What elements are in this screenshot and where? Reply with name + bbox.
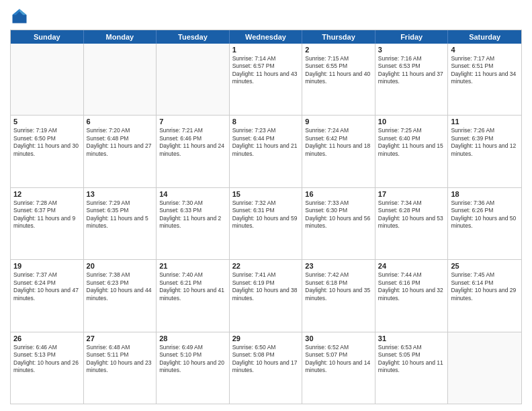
day-number: 9 xyxy=(305,118,372,126)
calendar-cell xyxy=(448,332,521,404)
day-number: 23 xyxy=(305,262,372,270)
calendar-cell: 27Sunrise: 6:48 AM Sunset: 5:11 PM Dayli… xyxy=(84,332,157,404)
day-number: 7 xyxy=(159,118,226,126)
cell-text: Sunrise: 7:21 AM Sunset: 6:46 PM Dayligh… xyxy=(159,127,226,158)
calendar-cell: 18Sunrise: 7:36 AM Sunset: 6:26 PM Dayli… xyxy=(448,188,521,259)
cal-header-cell: Monday xyxy=(84,30,157,44)
day-number: 31 xyxy=(378,334,445,342)
calendar-cell: 16Sunrise: 7:33 AM Sunset: 6:30 PM Dayli… xyxy=(302,188,375,259)
day-number: 26 xyxy=(13,334,81,342)
cell-text: Sunrise: 7:34 AM Sunset: 6:28 PM Dayligh… xyxy=(378,199,445,230)
cell-text: Sunrise: 7:36 AM Sunset: 6:26 PM Dayligh… xyxy=(451,199,519,230)
calendar-cell: 23Sunrise: 7:42 AM Sunset: 6:18 PM Dayli… xyxy=(302,260,375,331)
calendar: SundayMondayTuesdayWednesdayThursdayFrid… xyxy=(10,30,522,404)
cell-text: Sunrise: 7:41 AM Sunset: 6:19 PM Dayligh… xyxy=(232,271,300,302)
calendar-cell: 20Sunrise: 7:38 AM Sunset: 6:23 PM Dayli… xyxy=(84,260,157,331)
calendar-cell: 11Sunrise: 7:26 AM Sunset: 6:39 PM Dayli… xyxy=(448,116,521,187)
day-number: 22 xyxy=(232,262,300,270)
day-number: 10 xyxy=(378,118,445,126)
cell-text: Sunrise: 7:28 AM Sunset: 6:37 PM Dayligh… xyxy=(13,199,81,230)
cell-text: Sunrise: 7:16 AM Sunset: 6:53 PM Dayligh… xyxy=(378,55,445,86)
cell-text: Sunrise: 6:52 AM Sunset: 5:07 PM Dayligh… xyxy=(305,344,372,375)
calendar-cell: 15Sunrise: 7:32 AM Sunset: 6:31 PM Dayli… xyxy=(230,188,303,259)
calendar-cell xyxy=(84,44,157,115)
cell-text: Sunrise: 7:42 AM Sunset: 6:18 PM Dayligh… xyxy=(305,271,372,302)
calendar-row: 26Sunrise: 6:46 AM Sunset: 5:13 PM Dayli… xyxy=(11,332,521,404)
day-number: 24 xyxy=(378,262,445,270)
day-number: 14 xyxy=(159,190,226,198)
calendar-cell: 6Sunrise: 7:20 AM Sunset: 6:48 PM Daylig… xyxy=(84,116,157,187)
cal-header-cell: Tuesday xyxy=(157,30,230,44)
cell-text: Sunrise: 6:50 AM Sunset: 5:08 PM Dayligh… xyxy=(232,344,300,375)
logo xyxy=(10,7,32,26)
day-number: 30 xyxy=(305,334,372,342)
cal-header-cell: Friday xyxy=(375,30,449,44)
cal-header-cell: Saturday xyxy=(448,30,521,44)
calendar-row: 1Sunrise: 7:14 AM Sunset: 6:57 PM Daylig… xyxy=(11,44,521,115)
cell-text: Sunrise: 7:30 AM Sunset: 6:33 PM Dayligh… xyxy=(159,199,226,230)
cal-header-cell: Thursday xyxy=(302,30,375,44)
calendar-cell: 5Sunrise: 7:19 AM Sunset: 6:50 PM Daylig… xyxy=(11,116,84,187)
calendar-row: 12Sunrise: 7:28 AM Sunset: 6:37 PM Dayli… xyxy=(11,187,521,259)
cell-text: Sunrise: 7:38 AM Sunset: 6:23 PM Dayligh… xyxy=(87,271,154,302)
cell-text: Sunrise: 7:20 AM Sunset: 6:48 PM Dayligh… xyxy=(87,127,154,158)
day-number: 11 xyxy=(451,118,519,126)
calendar-cell: 22Sunrise: 7:41 AM Sunset: 6:19 PM Dayli… xyxy=(230,260,303,331)
cell-text: Sunrise: 7:23 AM Sunset: 6:44 PM Dayligh… xyxy=(232,127,300,158)
day-number: 28 xyxy=(159,334,226,342)
calendar-cell: 25Sunrise: 7:45 AM Sunset: 6:14 PM Dayli… xyxy=(448,260,521,331)
cell-text: Sunrise: 7:15 AM Sunset: 6:55 PM Dayligh… xyxy=(305,55,372,86)
calendar-cell xyxy=(157,44,230,115)
calendar-cell: 29Sunrise: 6:50 AM Sunset: 5:08 PM Dayli… xyxy=(230,332,303,404)
calendar-cell: 4Sunrise: 7:17 AM Sunset: 6:51 PM Daylig… xyxy=(448,44,521,115)
calendar-cell: 28Sunrise: 6:49 AM Sunset: 5:10 PM Dayli… xyxy=(157,332,230,404)
day-number: 4 xyxy=(451,46,519,54)
cell-text: Sunrise: 7:26 AM Sunset: 6:39 PM Dayligh… xyxy=(451,127,519,158)
calendar-row: 5Sunrise: 7:19 AM Sunset: 6:50 PM Daylig… xyxy=(11,115,521,187)
logo-icon xyxy=(10,7,29,26)
page: SundayMondayTuesdayWednesdayThursdayFrid… xyxy=(0,0,532,411)
calendar-cell: 8Sunrise: 7:23 AM Sunset: 6:44 PM Daylig… xyxy=(230,116,303,187)
day-number: 21 xyxy=(159,262,226,270)
day-number: 15 xyxy=(232,190,300,198)
day-number: 17 xyxy=(378,190,445,198)
day-number: 6 xyxy=(87,118,154,126)
day-number: 3 xyxy=(378,46,445,54)
cell-text: Sunrise: 6:53 AM Sunset: 5:05 PM Dayligh… xyxy=(378,344,445,375)
cell-text: Sunrise: 7:37 AM Sunset: 6:24 PM Dayligh… xyxy=(13,271,81,302)
day-number: 13 xyxy=(87,190,154,198)
cal-header-cell: Wednesday xyxy=(230,30,303,44)
calendar-cell: 26Sunrise: 6:46 AM Sunset: 5:13 PM Dayli… xyxy=(11,332,84,404)
calendar-cell: 17Sunrise: 7:34 AM Sunset: 6:28 PM Dayli… xyxy=(375,188,449,259)
cell-text: Sunrise: 7:19 AM Sunset: 6:50 PM Dayligh… xyxy=(13,127,81,158)
calendar-cell: 24Sunrise: 7:44 AM Sunset: 6:16 PM Dayli… xyxy=(375,260,449,331)
cell-text: Sunrise: 7:29 AM Sunset: 6:35 PM Dayligh… xyxy=(87,199,154,230)
cell-text: Sunrise: 7:45 AM Sunset: 6:14 PM Dayligh… xyxy=(451,271,519,302)
calendar-cell xyxy=(11,44,84,115)
day-number: 20 xyxy=(87,262,154,270)
calendar-cell: 1Sunrise: 7:14 AM Sunset: 6:57 PM Daylig… xyxy=(230,44,303,115)
calendar-cell: 10Sunrise: 7:25 AM Sunset: 6:40 PM Dayli… xyxy=(375,116,449,187)
day-number: 25 xyxy=(451,262,519,270)
calendar-cell: 9Sunrise: 7:24 AM Sunset: 6:42 PM Daylig… xyxy=(302,116,375,187)
cell-text: Sunrise: 7:40 AM Sunset: 6:21 PM Dayligh… xyxy=(159,271,226,302)
day-number: 18 xyxy=(451,190,519,198)
cell-text: Sunrise: 7:17 AM Sunset: 6:51 PM Dayligh… xyxy=(451,55,519,86)
day-number: 29 xyxy=(232,334,300,342)
cell-text: Sunrise: 7:25 AM Sunset: 6:40 PM Dayligh… xyxy=(378,127,445,158)
calendar-cell: 13Sunrise: 7:29 AM Sunset: 6:35 PM Dayli… xyxy=(84,188,157,259)
calendar-cell: 3Sunrise: 7:16 AM Sunset: 6:53 PM Daylig… xyxy=(375,44,449,115)
cell-text: Sunrise: 7:33 AM Sunset: 6:30 PM Dayligh… xyxy=(305,199,372,230)
day-number: 2 xyxy=(305,46,372,54)
calendar-body: 1Sunrise: 7:14 AM Sunset: 6:57 PM Daylig… xyxy=(11,44,521,404)
cell-text: Sunrise: 7:14 AM Sunset: 6:57 PM Dayligh… xyxy=(232,55,300,86)
calendar-cell: 21Sunrise: 7:40 AM Sunset: 6:21 PM Dayli… xyxy=(157,260,230,331)
calendar-row: 19Sunrise: 7:37 AM Sunset: 6:24 PM Dayli… xyxy=(11,259,521,331)
cell-text: Sunrise: 6:49 AM Sunset: 5:10 PM Dayligh… xyxy=(159,344,226,375)
cell-text: Sunrise: 6:48 AM Sunset: 5:11 PM Dayligh… xyxy=(87,344,154,375)
day-number: 5 xyxy=(13,118,81,126)
calendar-cell: 14Sunrise: 7:30 AM Sunset: 6:33 PM Dayli… xyxy=(157,188,230,259)
cell-text: Sunrise: 7:32 AM Sunset: 6:31 PM Dayligh… xyxy=(232,199,300,230)
day-number: 19 xyxy=(13,262,81,270)
day-number: 12 xyxy=(13,190,81,198)
